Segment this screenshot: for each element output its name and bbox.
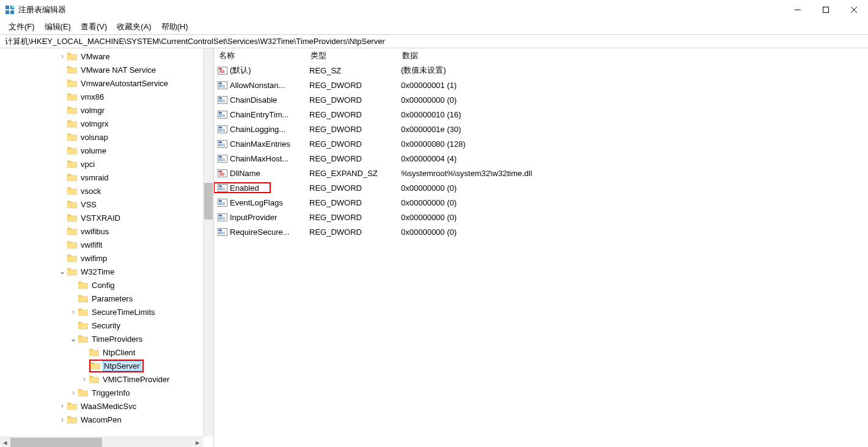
value-type: REG_DWORD xyxy=(306,154,397,163)
tree-node[interactable]: vmx86 xyxy=(0,90,213,103)
folder-icon xyxy=(67,254,77,262)
value-data: 0x00000080 (128) xyxy=(397,139,868,149)
folder-icon xyxy=(78,388,88,397)
value-row[interactable]: InputProviderREG_DWORD0x00000000 (0) xyxy=(214,210,868,224)
tree-node[interactable]: ›VMware xyxy=(0,50,213,63)
reg-binary-icon xyxy=(218,109,227,119)
value-name: ChainMaxEntries xyxy=(230,139,290,149)
close-button[interactable] xyxy=(840,0,868,20)
col-data[interactable]: 数据 xyxy=(397,48,868,64)
value-name: ChainMaxHost... xyxy=(230,154,289,163)
folder-icon xyxy=(78,294,88,303)
chevron-right-icon[interactable]: › xyxy=(68,388,78,397)
tree-node[interactable]: vwifimp xyxy=(0,251,213,265)
value-type: REG_EXPAND_SZ xyxy=(306,169,397,178)
scroll-right-icon[interactable]: ▸ xyxy=(193,437,203,448)
reg-binary-icon xyxy=(218,139,227,149)
menu-file[interactable]: 文件(F) xyxy=(5,20,39,34)
tree-node[interactable]: VSS xyxy=(0,198,213,211)
tree-node[interactable]: volsnap xyxy=(0,130,213,144)
menu-edit[interactable]: 编辑(E) xyxy=(41,20,75,34)
tree-vertical-scrollbar[interactable] xyxy=(203,48,213,437)
col-name[interactable]: 名称 xyxy=(214,48,306,64)
tree-node-label: Config xyxy=(90,280,116,290)
chevron-down-icon[interactable]: ⌄ xyxy=(57,267,67,276)
tree-node[interactable]: ›WaaSMedicSvc xyxy=(0,399,213,413)
tree-node-label: NtpClient xyxy=(101,347,136,358)
tree-node[interactable]: volume xyxy=(0,144,213,157)
value-row[interactable]: DllNameREG_EXPAND_SZ%systemroot%\system3… xyxy=(214,166,868,180)
tree-node[interactable]: ⌄TimeProviders xyxy=(0,332,213,345)
tree-node-label: W32Time xyxy=(79,267,116,277)
folder-icon xyxy=(67,119,77,128)
value-name: ChainEntryTim... xyxy=(230,110,289,119)
maximize-button[interactable] xyxy=(812,0,840,20)
value-row[interactable]: (默认)REG_SZ(数值未设置) xyxy=(214,63,868,78)
chevron-right-icon[interactable]: › xyxy=(57,52,67,61)
tree-node[interactable]: VSTXRAID xyxy=(0,211,213,224)
tree-node[interactable]: Security xyxy=(0,319,213,332)
tree-node-label: Parameters xyxy=(90,294,134,304)
menu-help[interactable]: 帮助(H) xyxy=(158,20,192,34)
chevron-right-icon[interactable]: › xyxy=(79,375,89,383)
tree-node[interactable]: VMware NAT Service xyxy=(0,63,213,76)
tree-node[interactable]: vwifibus xyxy=(0,224,213,238)
title-bar[interactable]: 注册表编辑器 xyxy=(0,0,868,20)
chevron-down-icon[interactable]: ⌄ xyxy=(68,334,78,343)
folder-icon xyxy=(67,106,77,114)
tree-node[interactable]: vpci xyxy=(0,157,213,171)
tree-node-label: vwifibus xyxy=(79,226,110,237)
tree-node[interactable]: vsmraid xyxy=(0,171,213,184)
columns-header[interactable]: 名称 类型 数据 xyxy=(214,48,868,63)
folder-icon xyxy=(67,267,77,276)
tree-node[interactable]: NtpClient xyxy=(0,345,213,359)
tree-node[interactable]: vsock xyxy=(0,184,213,198)
tree-node-label: Security xyxy=(90,320,122,331)
tree-node-label: volmgr xyxy=(79,105,106,116)
tree-node[interactable]: ›WacomPen xyxy=(0,413,213,426)
scroll-left-icon[interactable]: ◂ xyxy=(0,437,10,448)
chevron-right-icon[interactable]: › xyxy=(68,308,78,316)
tree-node[interactable]: VmwareAutostartService xyxy=(0,76,213,90)
tree-node[interactable]: ›SecureTimeLimits xyxy=(0,305,213,319)
address-bar[interactable]: 计算机\HKEY_LOCAL_MACHINE\SYSTEM\CurrentCon… xyxy=(0,35,868,48)
menu-view[interactable]: 查看(V) xyxy=(77,20,111,34)
tree-node[interactable]: ›TriggerInfo xyxy=(0,386,213,399)
col-type[interactable]: 类型 xyxy=(306,48,397,64)
value-row[interactable]: ChainLogging...REG_DWORD0x0000001e (30) xyxy=(214,122,868,136)
reg-string-icon xyxy=(218,168,227,178)
chevron-right-icon[interactable]: › xyxy=(57,402,67,410)
value-data: 0x00000000 (0) xyxy=(397,227,868,237)
value-row[interactable]: ChainEntryTim...REG_DWORD0x00000010 (16) xyxy=(214,107,868,122)
chevron-right-icon[interactable]: › xyxy=(57,415,67,424)
value-row[interactable]: EventLogFlagsREG_DWORD0x00000000 (0) xyxy=(214,195,868,210)
tree-node-label: VMware NAT Service xyxy=(79,65,157,75)
value-row[interactable]: EnabledREG_DWORD0x00000000 (0) xyxy=(214,180,868,195)
tree-node[interactable]: Config xyxy=(0,278,213,292)
value-row[interactable]: RequireSecure...REG_DWORD0x00000000 (0) xyxy=(214,224,868,239)
folder-icon xyxy=(67,415,77,424)
value-type: REG_SZ xyxy=(306,66,397,75)
tree-node-label: vsock xyxy=(79,186,102,196)
tree-node[interactable]: volmgrx xyxy=(0,117,213,130)
tree-node-label: VMICTimeProvider xyxy=(101,374,171,385)
tree-node[interactable]: Parameters xyxy=(0,292,213,305)
tree-node[interactable]: ›VMICTimeProvider xyxy=(0,372,213,386)
value-data: 0x00000000 (0) xyxy=(397,183,868,193)
value-row[interactable]: AllowNonstan...REG_DWORD0x00000001 (1) xyxy=(214,78,868,92)
folder-icon xyxy=(67,52,77,61)
tree-node[interactable]: ⌄W32Time xyxy=(0,265,213,278)
tree-node[interactable]: NtpServer xyxy=(0,359,213,372)
value-row[interactable]: ChainDisableREG_DWORD0x00000000 (0) xyxy=(214,92,868,107)
values-panel: 名称 类型 数据 (默认)REG_SZ(数值未设置)AllowNonstan..… xyxy=(214,48,868,447)
tree-horizontal-scrollbar[interactable]: ◂ ▸ xyxy=(0,437,203,447)
minimize-button[interactable] xyxy=(784,0,812,20)
value-row[interactable]: ChainMaxEntriesREG_DWORD0x00000080 (128) xyxy=(214,136,868,151)
address-text: 计算机\HKEY_LOCAL_MACHINE\SYSTEM\CurrentCon… xyxy=(5,36,385,47)
value-type: REG_DWORD xyxy=(306,125,397,134)
tree-node[interactable]: vwififlt xyxy=(0,238,213,251)
tree-node[interactable]: volmgr xyxy=(0,103,213,117)
value-name: EventLogFlags xyxy=(230,198,283,207)
value-row[interactable]: ChainMaxHost...REG_DWORD0x00000004 (4) xyxy=(214,151,868,166)
menu-fav[interactable]: 收藏夹(A) xyxy=(113,20,155,34)
